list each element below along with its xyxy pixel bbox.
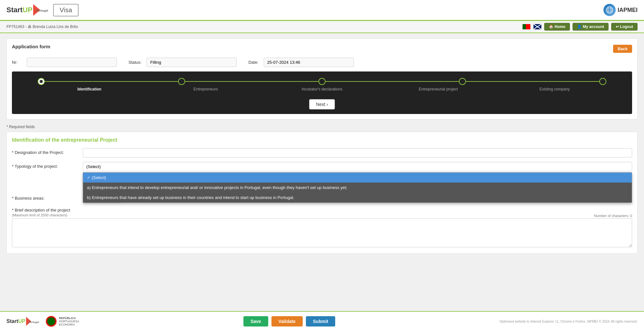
dropdown-option-b[interactable]: b) Entrepreneurs that have already set u… <box>83 193 632 203</box>
identification-section-card: Identification of the entrepreneurial Pr… <box>6 132 638 254</box>
back-button[interactable]: Back <box>613 45 632 53</box>
next-button[interactable]: Next › <box>309 99 335 109</box>
dropdown-option-select[interactable]: ✓ (Select) <box>83 173 632 183</box>
breadcrumb-text: FP751463 - 🖷 Brenda Luiza Lins de Brito <box>6 24 78 29</box>
stepper-circle-3 <box>318 78 326 85</box>
breadcrumb: FP751463 - 🖷 Brenda Luiza Lins de Brito <box>6 24 78 29</box>
iapmei-text: IAPMEI <box>618 7 638 14</box>
stepper-step-5 <box>599 78 606 85</box>
char-count-label: Number of characters: <box>594 214 629 218</box>
stepper-step-2 <box>178 78 185 85</box>
brief-label: * Brief description of the project <box>12 208 632 213</box>
next-btn-wrapper: Next › <box>25 96 619 109</box>
stepper-step-4 <box>459 78 466 85</box>
nr-input[interactable] <box>27 58 117 67</box>
header-left: StartUP Portugal Visa <box>6 4 79 16</box>
typology-label: * Typology of the project: <box>12 162 83 169</box>
stepper-step-3 <box>318 78 326 85</box>
stepper-line-3 <box>326 81 459 82</box>
logo-start: Start <box>6 6 23 14</box>
status-label: Status: <box>128 60 141 65</box>
logo-portugal-text: Portugal <box>36 9 48 12</box>
header: StartUP Portugal Visa IAPMEI <box>0 0 644 21</box>
designation-field-row: * Designation of the Project: <box>12 148 632 157</box>
char-count: Number of characters: 0 <box>594 214 632 218</box>
char-count-value: 0 <box>630 214 632 218</box>
designation-label: * Designation of the Project: <box>12 148 83 155</box>
designation-input[interactable] <box>83 148 632 157</box>
stepper-label-2: Entrepreneurs <box>147 87 264 91</box>
home-button[interactable]: 🏠 Home <box>544 23 570 31</box>
brief-textarea[interactable] <box>12 218 632 247</box>
main-content: Application form Back Nr: Status: Date: <box>0 33 644 285</box>
logo-up: UP <box>23 6 33 14</box>
stepper-row <box>25 78 619 85</box>
stepper-circle-1 <box>38 78 45 85</box>
flag-en-button[interactable] <box>533 24 542 30</box>
business-areas-label: * Business areas: <box>12 194 83 201</box>
flag-pt-button[interactable] <box>522 24 531 30</box>
checkmark-icon: ✓ <box>87 175 90 180</box>
typology-dropdown-wrapper: (Select) a) Entrepreneurs that intend to… <box>83 162 632 171</box>
brief-description-section: * Brief description of the project (Maxi… <box>12 208 632 248</box>
iapmei-globe-icon <box>603 4 616 16</box>
stepper-line-1 <box>45 81 178 82</box>
myaccount-button[interactable]: 👤 My account <box>573 23 609 31</box>
stepper-label-5: Existing company <box>497 87 613 91</box>
stepper-label-3: Incubator's declarations <box>264 87 380 91</box>
section-title: Identification of the entrepreneurial Pr… <box>12 137 632 143</box>
date-label: Date: <box>248 60 258 65</box>
stepper-label-1: Identification <box>31 87 147 91</box>
typology-select[interactable]: (Select) a) Entrepreneurs that intend to… <box>83 162 632 171</box>
application-form-card: Application form Back Nr: Status: Date: <box>6 38 638 119</box>
option-select-label: (Select) <box>92 175 106 180</box>
stepper-label-4: Entrepreneurial project <box>380 87 497 91</box>
startup-logo: StartUP Portugal <box>6 4 48 16</box>
date-input <box>264 58 354 67</box>
nr-label: Nr: <box>12 60 22 65</box>
stepper-labels: Identification Entrepreneurs Incubator's… <box>25 85 619 91</box>
stepper-circle-5 <box>599 78 606 85</box>
stepper-step-1 <box>38 78 45 85</box>
logout-button[interactable]: ↩ Logout <box>611 23 638 31</box>
status-input <box>147 58 237 67</box>
form-meta-row: Nr: Status: Date: <box>12 58 632 67</box>
required-note: * Required fields <box>6 125 638 129</box>
stepper-line-4 <box>466 81 599 82</box>
nav-buttons: 🏠 Home 👤 My account ↩ Logout <box>522 23 638 31</box>
next-chevron-icon: › <box>327 102 328 107</box>
typology-dropdown-open: ✓ (Select) a) Entrepreneurs that intend … <box>83 172 632 203</box>
header-right: IAPMEI <box>603 4 638 16</box>
application-form-title: Application form <box>12 44 50 49</box>
stepper-line-2 <box>185 81 318 82</box>
brief-sublabel: (Maximum limit of 2500 characters) <box>12 213 67 217</box>
stepper-circle-4 <box>459 78 466 85</box>
iapmei-logo: IAPMEI <box>603 4 638 16</box>
progress-stepper: Identification Entrepreneurs Incubator's… <box>12 71 632 114</box>
visa-label: Visa <box>53 4 79 16</box>
subheader: FP751463 - 🖷 Brenda Luiza Lins de Brito … <box>0 21 644 33</box>
stepper-circle-2 <box>178 78 185 85</box>
typology-field-row: * Typology of the project: (Select) a) E… <box>12 162 632 171</box>
dropdown-option-a[interactable]: a) Entrepreneurs that intend to develop … <box>83 183 632 193</box>
next-label: Next <box>316 102 325 107</box>
